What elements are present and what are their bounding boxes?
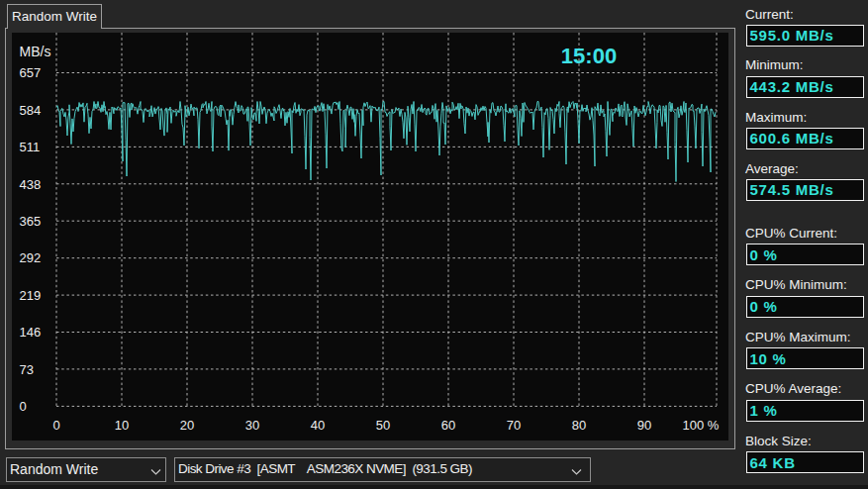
svg-text:40: 40 <box>311 418 325 433</box>
svg-text:80: 80 <box>572 418 586 433</box>
svg-text:73: 73 <box>20 362 34 377</box>
svg-text:365: 365 <box>20 214 42 229</box>
svg-text:50: 50 <box>376 418 390 433</box>
svg-text:584: 584 <box>20 103 42 118</box>
svg-text:MB/s: MB/s <box>20 44 51 59</box>
svg-text:438: 438 <box>20 177 42 192</box>
svg-text:146: 146 <box>20 325 42 340</box>
svg-text:20: 20 <box>180 418 194 433</box>
svg-text:219: 219 <box>20 288 42 303</box>
svg-text:0: 0 <box>20 399 27 414</box>
svg-text:511: 511 <box>20 140 41 154</box>
svg-text:90: 90 <box>637 418 651 433</box>
svg-text:10: 10 <box>115 418 129 433</box>
svg-text:60: 60 <box>441 418 455 433</box>
svg-text:657: 657 <box>20 65 42 80</box>
svg-text:0: 0 <box>52 418 59 433</box>
svg-text:292: 292 <box>20 250 42 265</box>
svg-text:15:00: 15:00 <box>561 44 617 68</box>
svg-text:30: 30 <box>245 418 259 433</box>
svg-text:100 %: 100 % <box>683 418 720 433</box>
svg-text:70: 70 <box>507 418 521 433</box>
